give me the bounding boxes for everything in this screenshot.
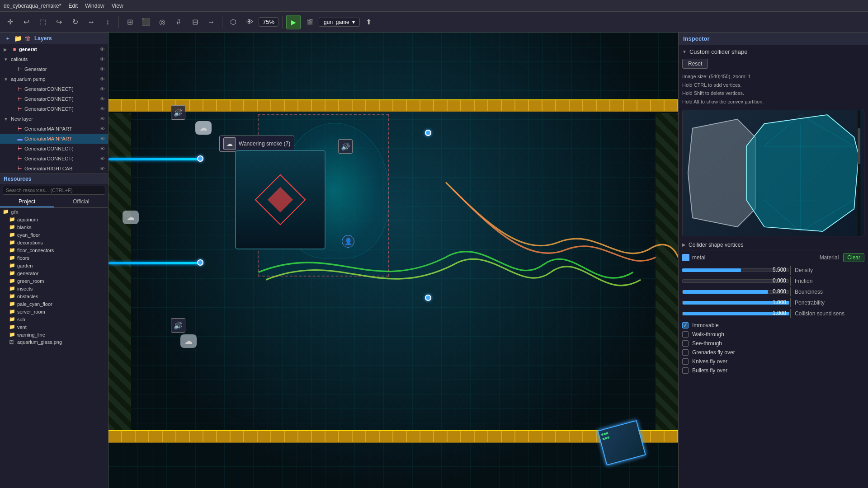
tab-project[interactable]: Project — [0, 197, 54, 207]
visibility-icon[interactable]: 👁 — [98, 95, 106, 103]
file-item-obstacles[interactable]: 📁 obstacles — [0, 292, 108, 300]
clear-button[interactable]: Clear — [843, 253, 864, 262]
file-item-garden[interactable]: 📁 garden — [0, 262, 108, 269]
layer-item-new-layer[interactable]: ▼ New layer 👁 — [0, 114, 108, 124]
file-item-cyan-floor[interactable]: 📁 cyan_floor — [0, 231, 108, 239]
bounciness-input[interactable] — [761, 287, 788, 296]
friction-input[interactable] — [761, 277, 788, 285]
density-input[interactable] — [761, 266, 788, 274]
lasso-button[interactable]: ⬡ — [226, 15, 241, 29]
add-layer-button[interactable]: + — [4, 34, 12, 42]
game-mode-box[interactable]: gun_game ▾ — [319, 18, 360, 27]
visibility-icon[interactable]: 👁 — [98, 164, 106, 173]
visibility-icon[interactable]: 👁 — [98, 75, 106, 83]
rotate-button[interactable]: ↻ — [68, 15, 82, 29]
file-item-aquarium[interactable]: 📁 aquarium — [0, 216, 108, 223]
menu-edit[interactable]: Edit — [68, 3, 78, 9]
layer-item-genconn4[interactable]: ⊢ GeneratorCONNECT( 👁 — [0, 144, 108, 154]
stamp-button[interactable]: ⊞ — [123, 15, 137, 29]
walkthrough-checkbox[interactable] — [682, 331, 689, 338]
seethrough-checkbox[interactable] — [682, 340, 689, 347]
prop-collision-sound-value[interactable] — [682, 309, 789, 318]
file-item-sub[interactable]: 📁 sub — [0, 315, 108, 323]
penetrability-input[interactable] — [761, 298, 788, 306]
visibility-icon[interactable]: 👁 — [98, 135, 106, 143]
layer-item-genmain1[interactable]: ⊢ GeneratorMAINPART 👁 — [0, 124, 108, 134]
file-item-gfx[interactable]: 📁 gfx — [0, 208, 108, 216]
visibility-icon[interactable]: 👁 — [98, 145, 106, 153]
file-item-vent[interactable]: 📁 vent — [0, 323, 108, 331]
undo-button[interactable]: ↩ — [19, 15, 33, 29]
snap-button[interactable]: ⊟ — [188, 15, 202, 29]
visibility-icon[interactable]: 👁 — [98, 125, 106, 133]
file-item-generator[interactable]: 📁 generator — [0, 269, 108, 277]
file-item-insects[interactable]: 📁 insects — [0, 285, 108, 292]
reset-button[interactable]: Reset — [682, 59, 708, 69]
prop-divider — [790, 287, 791, 296]
layer-item-genconn2[interactable]: ⊢ GeneratorCONNECT( 👁 — [0, 94, 108, 104]
camera-button[interactable]: ◎ — [155, 15, 170, 29]
collision-sound-input[interactable] — [761, 309, 788, 317]
visibility-icon[interactable]: 👁 — [98, 45, 106, 53]
collapse-arrow-icon[interactable]: ▼ — [682, 49, 687, 54]
flip-h-button[interactable]: ↔ — [84, 15, 99, 29]
prop-density-value[interactable] — [682, 266, 789, 275]
file-item-blanks[interactable]: 📁 blanks — [0, 223, 108, 231]
check-knives: Knives fly over — [682, 357, 864, 366]
layer-item-genconn1[interactable]: ⊢ GeneratorCONNECT( 👁 — [0, 84, 108, 94]
flip-v-button[interactable]: ↕ — [100, 15, 115, 29]
file-item-pale-cyan-floor[interactable]: 📁 pale_cyan_floor — [0, 300, 108, 308]
file-item-floors[interactable]: 📁 floors — [0, 254, 108, 262]
prop-penetrability-value[interactable] — [682, 298, 789, 307]
bullets-checkbox[interactable] — [682, 367, 689, 374]
layer-item-genmain2[interactable]: ▬ GeneratorMAINPART 👁 — [0, 134, 108, 144]
layer-item-genconn3[interactable]: ⊢ GeneratorCONNECT( 👁 — [0, 104, 108, 114]
prop-bounciness-value[interactable] — [682, 287, 789, 296]
upload-button[interactable]: ⬆ — [362, 15, 376, 29]
arrow-right-button[interactable]: → — [204, 15, 218, 29]
grid-button[interactable]: # — [171, 15, 186, 29]
file-item-floor-connectors[interactable]: 📁 floor_connectors — [0, 246, 108, 254]
visibility-icon[interactable]: 👁 — [98, 55, 106, 63]
move-tool-button[interactable]: ✛ — [3, 15, 17, 29]
layer-item-generator[interactable]: ⊢ Generator 👁 — [0, 64, 108, 74]
visibility-icon[interactable]: 👁 — [98, 85, 106, 93]
grenades-checkbox[interactable] — [682, 349, 689, 356]
record-button[interactable]: 🎬 — [302, 15, 317, 29]
select-button[interactable]: ⬚ — [35, 15, 50, 29]
penetrability-slider[interactable] — [682, 298, 789, 307]
visibility-icon[interactable]: 👁 — [98, 155, 106, 163]
file-item-server-room[interactable]: 📁 server_room — [0, 308, 108, 315]
layer-item-genconn5[interactable]: ⊢ GeneratorCONNECT( 👁 — [0, 154, 108, 164]
redo-button[interactable]: ↪ — [52, 15, 66, 29]
prop-friction-value[interactable] — [682, 277, 789, 286]
search-input[interactable] — [3, 186, 105, 195]
mirror-button[interactable]: ⬛ — [139, 15, 153, 29]
immovable-checkbox[interactable]: ✓ — [682, 322, 689, 328]
vertices-collapse-icon[interactable]: ▶ — [682, 242, 686, 247]
friction-slider[interactable] — [682, 277, 789, 286]
folder-layer-button[interactable]: 📁 — [14, 34, 22, 42]
layer-item-genrightcab[interactable]: ⊢ GeneratorRIGHTCAB 👁 — [0, 164, 108, 174]
delete-layer-button[interactable]: 🗑 — [24, 34, 32, 42]
eye-button[interactable]: 👁 — [242, 15, 257, 29]
density-slider[interactable] — [682, 266, 789, 275]
menu-window[interactable]: Window — [85, 3, 104, 9]
file-item-green-room[interactable]: 📁 green_room — [0, 277, 108, 285]
knives-checkbox[interactable] — [682, 358, 689, 365]
visibility-icon[interactable]: 👁 — [98, 65, 106, 73]
tab-official[interactable]: Official — [54, 197, 108, 207]
collision-sound-slider[interactable] — [682, 309, 789, 318]
bounciness-slider[interactable] — [682, 287, 789, 296]
menu-view[interactable]: View — [112, 3, 123, 9]
visibility-icon[interactable]: 👁 — [98, 105, 106, 113]
file-item-aquarium-glass[interactable]: 🖼 aquarium_glass.png — [0, 338, 108, 346]
layer-item-generat[interactable]: ▶ ■ generat 👁 — [0, 44, 108, 54]
play-button[interactable]: ▶ — [286, 15, 301, 29]
layer-item-callouts[interactable]: ▼ callouts 👁 — [0, 54, 108, 64]
layer-item-aquarium-pump[interactable]: ▼ aquarium pump 👁 — [0, 74, 108, 84]
file-item-warning-line[interactable]: 📁 warning_line — [0, 331, 108, 338]
file-item-decorations[interactable]: 📁 decorations — [0, 239, 108, 246]
visibility-icon[interactable]: 👁 — [98, 115, 106, 123]
canvas-area[interactable]: 🔊 🔊 🔊 ☁ ☁ ☁ ☁ Wandering smoke (7) ■■■■■■ — [108, 33, 678, 488]
